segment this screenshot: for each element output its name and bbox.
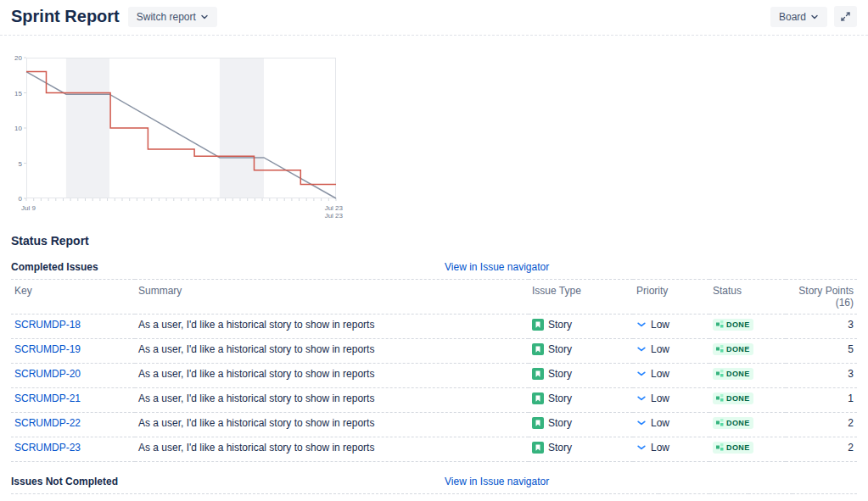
table-row: SCRUMDP-23As a user, I'd like a historic…: [11, 437, 857, 462]
table-header-row: Key Summary Issue Type Priority Status S…: [11, 280, 857, 315]
expand-button[interactable]: [834, 6, 857, 27]
switch-report-button[interactable]: Switch report: [128, 7, 217, 27]
column-header-issue-type: Issue Type: [529, 280, 633, 315]
status-lozenge: DONE: [713, 417, 753, 429]
issue-type-cell: Story: [532, 392, 572, 405]
priority-label: Low: [651, 318, 669, 331]
story-icon: [532, 368, 544, 380]
priority-cell: Low: [636, 416, 669, 430]
story-icon: [532, 442, 544, 454]
issue-type-cell: Story: [532, 367, 572, 381]
completed-issues-table: Key Summary Issue Type Priority Status S…: [11, 279, 857, 462]
status-label: DONE: [726, 320, 750, 329]
story-points-cell: 2: [786, 437, 857, 462]
column-header-issue-type: Issue Type: [658, 494, 709, 501]
issue-type-cell: Story: [532, 416, 572, 430]
issue-type-label: Story: [548, 318, 572, 331]
column-header-story-points: Story Points (16): [786, 280, 857, 315]
story-icon: [532, 319, 544, 331]
weekend-band: [220, 58, 264, 198]
y-axis-tick-label: 15: [14, 90, 22, 97]
status-done-icon: [716, 370, 724, 377]
priority-low-icon: [636, 369, 647, 379]
status-done-icon: [716, 320, 724, 328]
story-points-cell: 3: [786, 315, 857, 339]
board-button[interactable]: Board: [770, 7, 827, 27]
expand-icon: [840, 11, 851, 22]
issue-key-link[interactable]: SCRUMDP-18: [14, 319, 81, 331]
status-report-heading: Status Report: [11, 234, 857, 248]
story-points-cell: 2: [786, 413, 857, 437]
story-icon: [532, 343, 544, 355]
priority-label: Low: [651, 392, 669, 405]
issue-key-link[interactable]: SCRUMDP-19: [14, 343, 81, 355]
issues-not-completed-table: Key Summary Issue Type Priority Status S…: [11, 493, 857, 501]
column-header-status: Status: [709, 280, 786, 315]
priority-cell: Low: [636, 342, 669, 356]
column-header-story-points: Story Points (2): [792, 494, 857, 501]
status-done-icon: [716, 394, 724, 402]
status-label: DONE: [726, 345, 750, 353]
status-done-icon: [716, 419, 724, 426]
status-label: DONE: [726, 394, 750, 403]
status-label: DONE: [726, 443, 750, 452]
issue-summary: As a user, I'd like a historical story t…: [135, 339, 529, 364]
story-icon: [532, 417, 544, 429]
chevron-down-icon: [810, 13, 819, 21]
column-header-summary: Summary: [70, 494, 658, 501]
priority-low-icon: [636, 443, 647, 453]
burndown-chart-svg: 05101520Jul 9Jul 23Jul 23: [13, 51, 349, 220]
status-label: DONE: [726, 419, 750, 427]
column-header-status: Status: [748, 494, 792, 501]
issue-type-cell: Story: [532, 342, 572, 356]
issue-key-link[interactable]: SCRUMDP-20: [14, 368, 81, 380]
x-axis-start-label: Jul 9: [21, 204, 36, 212]
x-axis-end-label: Jul 23: [325, 204, 344, 212]
issue-key-link[interactable]: SCRUMDP-22: [14, 417, 81, 429]
status-done-icon: [716, 443, 724, 451]
x-axis-end-label-2: Jul 23: [325, 212, 344, 220]
priority-label: Low: [651, 367, 669, 381]
status-lozenge: DONE: [713, 319, 753, 331]
page-title: Sprint Report: [11, 7, 120, 26]
status-done-icon: [716, 345, 724, 353]
issue-summary: As a user, I'd like a historical story t…: [135, 364, 529, 388]
y-axis-tick-label: 20: [14, 54, 22, 62]
table-header-row: Key Summary Issue Type Priority Status S…: [11, 494, 857, 501]
view-in-issue-navigator-link[interactable]: View in Issue navigator: [445, 476, 549, 487]
issue-key-link[interactable]: SCRUMDP-23: [14, 442, 81, 454]
priority-low-icon: [636, 344, 647, 354]
issue-key-link[interactable]: SCRUMDP-21: [14, 392, 81, 404]
issue-type-cell: Story: [532, 318, 572, 331]
issues-not-completed-section: Issues Not Completed View in Issue navig…: [11, 476, 857, 501]
status-label: DONE: [726, 370, 750, 378]
column-header-priority: Priority: [633, 280, 709, 315]
priority-low-icon: [636, 320, 647, 330]
status-lozenge: DONE: [713, 368, 753, 380]
priority-cell: Low: [636, 367, 669, 381]
issue-type-label: Story: [548, 392, 572, 405]
story-icon: [532, 392, 544, 404]
y-axis-tick-label: 5: [19, 160, 23, 168]
y-axis-tick-label: 10: [14, 125, 22, 132]
table-row: SCRUMDP-21As a user, I'd like a historic…: [11, 388, 857, 413]
issue-summary: As a user, I'd like a historical story t…: [135, 413, 529, 437]
priority-cell: Low: [636, 441, 669, 454]
view-in-issue-navigator-link[interactable]: View in Issue navigator: [445, 261, 549, 273]
priority-label: Low: [651, 342, 669, 356]
status-lozenge: DONE: [713, 343, 753, 355]
page-header: Sprint Report Switch report Board: [11, 0, 857, 27]
switch-report-label: Switch report: [137, 12, 196, 22]
priority-label: Low: [651, 416, 669, 430]
issue-summary: As a user, I'd like a historical story t…: [135, 388, 529, 413]
column-header-summary: Summary: [135, 280, 529, 315]
priority-low-icon: [636, 418, 647, 428]
story-points-cell: 1: [786, 388, 857, 413]
table-row: SCRUMDP-22As a user, I'd like a historic…: [11, 413, 857, 437]
table-row: SCRUMDP-20As a user, I'd like a historic…: [11, 364, 857, 388]
priority-cell: Low: [636, 318, 669, 331]
issue-summary: As a user, I'd like a historical story t…: [135, 315, 529, 339]
issue-type-label: Story: [548, 367, 572, 381]
priority-low-icon: [636, 393, 647, 404]
completed-issues-section: Completed Issues View in Issue navigator…: [11, 261, 857, 462]
